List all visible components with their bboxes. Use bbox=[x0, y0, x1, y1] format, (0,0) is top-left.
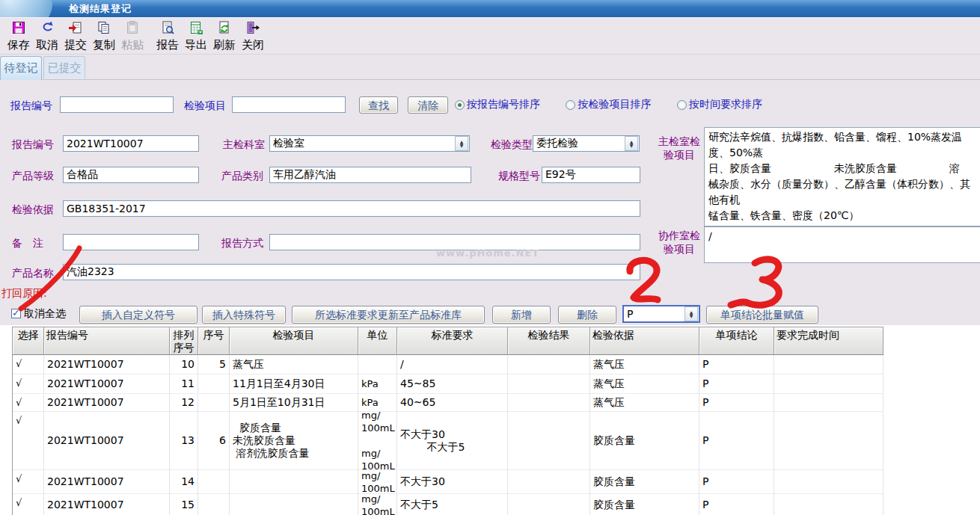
batch-conclusion-button[interactable]: 单项结论批量赋值 bbox=[706, 306, 818, 324]
column-header-item[interactable]: 检验项目 bbox=[230, 327, 358, 355]
main-items-panel[interactable]: 研究法辛烷值、抗爆指数、铅含量、馏程、10%蒸发温度、50%蒸 日、胶质含量 未… bbox=[704, 127, 980, 226]
remark-input[interactable] bbox=[63, 234, 199, 250]
undo-icon bbox=[40, 20, 55, 37]
sort-by-item-radio[interactable]: 按检验项目排序 bbox=[566, 98, 651, 111]
check-type-select[interactable]: 委托检验 ▲▼ bbox=[533, 135, 640, 152]
cell-check[interactable]: √ bbox=[13, 355, 44, 374]
column-header-sort_no[interactable]: 排列 序号 bbox=[170, 327, 198, 355]
cell-unit: mg/ 100mL mg/ 100mL bbox=[358, 412, 397, 470]
export-button[interactable]: 导出 bbox=[182, 20, 210, 52]
basis-input[interactable] bbox=[63, 200, 640, 217]
column-header-due[interactable]: 要求完成时间 bbox=[774, 327, 883, 355]
conclusion-select[interactable]: P ▲▼ bbox=[622, 305, 700, 323]
tab-pending[interactable]: 待登记 bbox=[0, 56, 42, 80]
refresh-icon bbox=[217, 20, 232, 37]
clear-button[interactable]: 清除 bbox=[408, 96, 448, 114]
column-header-result[interactable]: 检验结果 bbox=[508, 327, 590, 355]
table-row[interactable]: √2021WT1000715mg/ 100mL不大于5胶质含量P bbox=[13, 494, 883, 515]
insert-custom-symbol-button[interactable]: 插入自定义符号 bbox=[79, 306, 197, 324]
table-row[interactable]: √2021WT10007136 胶质含量 未洗胶质含量 溶剂洗胶质含量mg/ 1… bbox=[13, 412, 883, 470]
cell-due bbox=[774, 355, 883, 374]
window-title: 检测结果登记 bbox=[69, 2, 132, 16]
cell-check[interactable]: √ bbox=[13, 394, 44, 412]
refresh-button[interactable]: 刷新 bbox=[210, 20, 239, 52]
column-header-report_no[interactable]: 报告编号 bbox=[44, 327, 170, 355]
dropdown-spinner-icon[interactable]: ▲▼ bbox=[685, 306, 698, 321]
tab-submitted[interactable]: 已提交 bbox=[43, 56, 85, 78]
cell-seq bbox=[198, 374, 230, 394]
main-dept-label: 主检科室 bbox=[223, 138, 265, 152]
cancel-button[interactable]: 取消 bbox=[33, 20, 61, 52]
toolbar-button-label: 取消 bbox=[36, 37, 58, 52]
update-standard-button[interactable]: 所选标准要求更新至产品标准库 bbox=[292, 306, 485, 324]
submit-button[interactable]: 提交 bbox=[61, 20, 90, 52]
column-header-conclusion[interactable]: 单项结论 bbox=[699, 327, 774, 355]
table-row[interactable]: √2021WT10007125月1日至10月31日kPa40~65蒸气压P bbox=[13, 394, 883, 412]
table-row[interactable]: √2021WT1000714mg/ 100mL不大于30胶质含量P bbox=[13, 470, 883, 494]
product-grade-input[interactable] bbox=[63, 167, 199, 183]
cell-requirement: 40~65 bbox=[397, 394, 508, 412]
product-name-input[interactable] bbox=[63, 264, 640, 280]
report-icon bbox=[160, 20, 175, 37]
column-header-check[interactable]: 选择 bbox=[13, 327, 44, 355]
radio-icon bbox=[677, 100, 687, 110]
sort-by-time-radio[interactable]: 按时间要求排序 bbox=[677, 98, 762, 111]
copy-button[interactable]: 复制 bbox=[90, 20, 118, 52]
cell-requirement: 不大于30 不大于5 bbox=[397, 412, 508, 470]
save-button[interactable]: 保存 bbox=[4, 20, 33, 52]
radio-selected-icon bbox=[455, 100, 465, 110]
reject-reason-label: 打回原因: bbox=[1, 287, 47, 300]
column-header-requirement[interactable]: 标准要求 bbox=[397, 327, 508, 355]
find-button[interactable]: 查找 bbox=[359, 96, 398, 114]
delete-button[interactable]: 删除 bbox=[558, 306, 616, 324]
cell-due bbox=[774, 394, 883, 412]
coop-items-panel[interactable]: / bbox=[704, 226, 980, 263]
paste-button: 粘贴 bbox=[118, 20, 147, 52]
dropdown-spinner-icon[interactable]: ▲▼ bbox=[625, 136, 638, 151]
sort-by-report-no-radio[interactable]: 按报告编号排序 bbox=[455, 98, 540, 111]
cell-item bbox=[230, 494, 358, 515]
cell-seq bbox=[198, 394, 230, 412]
column-header-seq[interactable]: 序号 bbox=[198, 327, 230, 355]
cell-sort_no: 11 bbox=[170, 374, 198, 394]
export-icon bbox=[189, 20, 203, 37]
cell-check[interactable]: √ bbox=[13, 470, 44, 494]
cell-check[interactable]: √ bbox=[13, 374, 44, 394]
report-button[interactable]: 报告 bbox=[153, 20, 182, 52]
dropdown-spinner-icon[interactable]: ▲▼ bbox=[455, 136, 468, 151]
main-items-label: 主检室检 验项目 bbox=[655, 135, 703, 161]
cell-requirement: 不大于5 bbox=[397, 494, 508, 515]
close-button[interactable]: 关闭 bbox=[239, 20, 267, 52]
cell-requirement: 不大于30 bbox=[397, 470, 508, 494]
insert-special-symbol-button[interactable]: 插入特殊符号 bbox=[202, 306, 286, 324]
select-all-checkbox[interactable] bbox=[11, 309, 21, 318]
cell-check[interactable]: √ bbox=[13, 494, 44, 515]
report-method-input[interactable] bbox=[269, 234, 640, 250]
table-row[interactable]: √2021WT10007105蒸气压/蒸气压P bbox=[13, 355, 883, 374]
table-row[interactable]: √2021WT100071111月1日至4月30日kPa45~85蒸气压P bbox=[13, 374, 883, 394]
search-item-label: 检验项目 bbox=[184, 99, 226, 113]
cell-report_no: 2021WT10007 bbox=[44, 355, 170, 374]
spec-model-input[interactable] bbox=[542, 167, 640, 183]
add-button[interactable]: 新增 bbox=[492, 306, 551, 324]
results-table: 选择报告编号排列 序号序号检验项目单位标准要求检验结果检验依据单项结论要求完成时… bbox=[12, 327, 883, 515]
cell-check[interactable]: √ bbox=[13, 412, 44, 470]
product-category-input[interactable] bbox=[269, 167, 471, 183]
cell-due bbox=[774, 470, 883, 494]
search-item-input[interactable] bbox=[232, 96, 346, 113]
cell-report_no: 2021WT10007 bbox=[44, 374, 170, 394]
column-header-unit[interactable]: 单位 bbox=[358, 327, 397, 355]
cell-sort_no: 15 bbox=[170, 494, 198, 515]
cell-unit: kPa bbox=[358, 374, 397, 394]
table-header-row: 选择报告编号排列 序号序号检验项目单位标准要求检验结果检验依据单项结论要求完成时… bbox=[13, 327, 883, 355]
main-dept-select[interactable]: 检验室 ▲▼ bbox=[269, 135, 470, 152]
report-no-input[interactable] bbox=[63, 135, 199, 152]
toolbar-button-label: 复制 bbox=[93, 37, 115, 52]
cell-basis: 蒸气压 bbox=[590, 374, 699, 394]
cell-report_no: 2021WT10007 bbox=[44, 470, 170, 494]
cell-due bbox=[774, 494, 883, 515]
search-report-no-input[interactable] bbox=[60, 96, 174, 113]
product-category-label: 产品类别 bbox=[221, 170, 263, 183]
toolbar-button-label: 刷新 bbox=[213, 37, 236, 52]
column-header-basis[interactable]: 检验依据 bbox=[590, 327, 699, 355]
